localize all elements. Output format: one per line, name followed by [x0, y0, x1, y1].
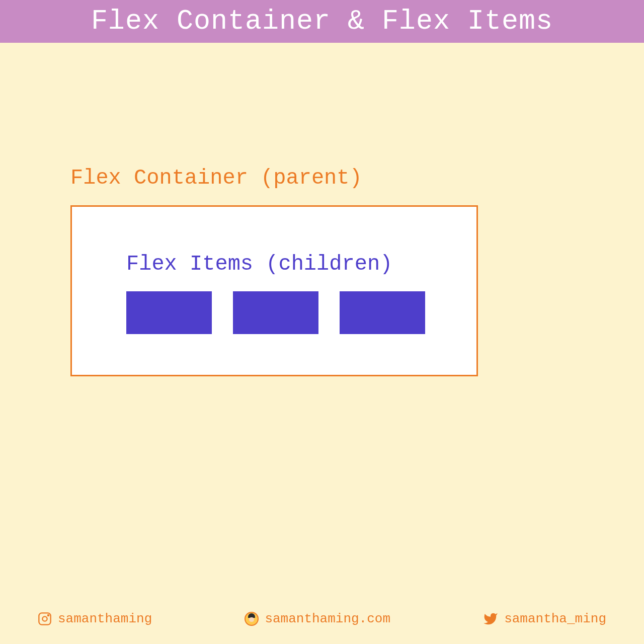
twitter-handle: samantha_ming: [504, 611, 606, 626]
footer: samanthaming samanthaming.com samantha_m…: [0, 611, 644, 626]
header-bar: Flex Container & Flex Items: [0, 0, 644, 43]
twitter-link[interactable]: samantha_ming: [483, 611, 606, 626]
diagram-content: Flex Container (parent) Flex Items (chil…: [70, 166, 478, 376]
flex-items-row: [126, 291, 476, 334]
svg-point-2: [48, 615, 49, 616]
twitter-icon: [483, 611, 498, 626]
instagram-link[interactable]: samanthaming: [38, 611, 152, 626]
instagram-handle: samanthaming: [58, 611, 152, 626]
website-url: samanthaming.com: [265, 611, 390, 626]
svg-point-1: [42, 616, 47, 621]
flex-item: [340, 291, 425, 334]
page-title: Flex Container & Flex Items: [91, 6, 553, 37]
website-link[interactable]: samanthaming.com: [245, 611, 390, 626]
avatar-icon: [245, 612, 259, 626]
flex-container-label: Flex Container (parent): [70, 166, 478, 190]
flex-items-label: Flex Items (children): [126, 252, 476, 276]
flex-container-box: Flex Items (children): [70, 205, 478, 376]
flex-item: [126, 291, 212, 334]
instagram-icon: [38, 612, 52, 626]
flex-item: [233, 291, 318, 334]
